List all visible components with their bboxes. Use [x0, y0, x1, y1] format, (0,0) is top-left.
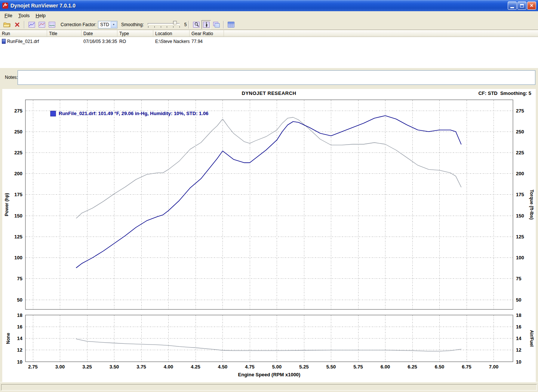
- svg-text:12: 12: [17, 347, 22, 353]
- column-header-filler: [224, 30, 538, 37]
- window-title: Dynojet RunViewer 7.0.1.0: [10, 3, 508, 9]
- menubar: File Tools Help: [0, 11, 538, 19]
- zoom-graph-button[interactable]: [191, 20, 201, 29]
- svg-text:3.25: 3.25: [82, 364, 92, 370]
- graph-afr-button[interactable]: [47, 20, 56, 29]
- chart-canvas[interactable]: 2752752502502252252002001751751501501251…: [2, 89, 536, 382]
- svg-text:5.75: 5.75: [353, 364, 363, 370]
- svg-text:2.75: 2.75: [28, 364, 37, 370]
- svg-text:6.00: 6.00: [381, 364, 390, 370]
- app-icon: [2, 2, 9, 9]
- cursor-tool-button[interactable]: [202, 20, 211, 29]
- chart-cf-smoothing: CF: STD Smoothing: 5: [478, 90, 531, 96]
- run-location-cell: E:\Steve Nackers\: [153, 39, 190, 44]
- run-list-header: Run Title Date Type Location Gear Ratio: [0, 30, 538, 37]
- maximize-button[interactable]: [517, 1, 526, 10]
- graph-power-button[interactable]: [27, 20, 36, 29]
- column-header-gear-ratio[interactable]: Gear Ratio: [190, 30, 224, 37]
- svg-text:5.00: 5.00: [272, 364, 282, 370]
- svg-text:225: 225: [14, 150, 22, 155]
- menu-tools[interactable]: Tools: [15, 12, 33, 19]
- graph-grid-icon: [39, 22, 45, 28]
- svg-text:3.00: 3.00: [55, 364, 65, 370]
- svg-text:50: 50: [17, 297, 22, 303]
- svg-text:16: 16: [17, 324, 22, 330]
- svg-text:200: 200: [14, 171, 22, 176]
- toolbar-separator: [24, 21, 25, 28]
- svg-text:None: None: [6, 333, 11, 344]
- overlay-chart-icon: [213, 22, 220, 28]
- graph-grid-icon: [28, 22, 35, 28]
- run-type-cell: RO: [117, 39, 153, 44]
- legend-swatch: [50, 111, 56, 116]
- svg-text:250: 250: [14, 129, 22, 135]
- close-icon: ✕: [530, 3, 534, 8]
- minimize-button[interactable]: [508, 1, 517, 10]
- svg-text:125: 125: [14, 234, 22, 240]
- svg-text:125: 125: [516, 234, 524, 240]
- chevron-down-icon: ▼: [111, 22, 117, 28]
- menu-help[interactable]: Help: [33, 12, 49, 19]
- correction-factor-label: Correction Factor:: [61, 22, 96, 27]
- svg-text:5.25: 5.25: [299, 364, 308, 370]
- notes-input[interactable]: [18, 70, 535, 85]
- correction-factor-select[interactable]: STD ▼: [98, 21, 117, 28]
- chart-panel: 2752752502502252252002001751751501501251…: [2, 89, 536, 382]
- delete-run-button[interactable]: [12, 20, 22, 29]
- toolbar: Correction Factor: STD ▼ Smoothing: 5: [0, 19, 538, 30]
- svg-text:75: 75: [17, 276, 22, 281]
- slider-thumb[interactable]: [173, 21, 177, 26]
- table-row[interactable]: RunFile_021.drf 07/16/05 3:36:35 PM RO E…: [0, 38, 538, 44]
- run-file-icon: [2, 39, 6, 44]
- open-folder-icon: [3, 22, 10, 27]
- svg-text:3.75: 3.75: [136, 364, 146, 370]
- graph-grid-icon: [49, 22, 55, 28]
- cursor-chart-icon: [203, 22, 210, 28]
- open-run-button[interactable]: [2, 20, 12, 29]
- column-header-location[interactable]: Location: [153, 30, 190, 37]
- torque-curve: [76, 117, 461, 218]
- svg-text:18: 18: [516, 312, 521, 318]
- svg-text:275: 275: [516, 108, 524, 114]
- svg-text:4.00: 4.00: [164, 364, 173, 370]
- run-file-name: RunFile_021.drf: [7, 39, 39, 44]
- gridlines: [26, 100, 513, 361]
- zoom-chart-icon: [193, 22, 200, 28]
- column-header-run[interactable]: Run: [0, 30, 47, 37]
- menu-file[interactable]: File: [1, 12, 15, 19]
- data-table-icon: [228, 22, 234, 28]
- data-table-button[interactable]: [226, 20, 236, 29]
- svg-text:275: 275: [14, 108, 22, 114]
- smoothing-slider[interactable]: [147, 20, 181, 29]
- smoothing-value: 5: [184, 22, 187, 27]
- slider-ticks: [148, 26, 180, 28]
- svg-text:225: 225: [516, 150, 524, 155]
- svg-text:4.25: 4.25: [191, 364, 200, 370]
- column-header-date[interactable]: Date: [82, 30, 117, 37]
- svg-text:175: 175: [516, 192, 524, 197]
- svg-text:250: 250: [516, 129, 524, 135]
- svg-text:Power (hp): Power (hp): [4, 193, 9, 216]
- column-header-title[interactable]: Title: [47, 30, 82, 37]
- overlay-graph-button[interactable]: [212, 20, 221, 29]
- svg-text:100: 100: [14, 255, 22, 260]
- column-header-type[interactable]: Type: [117, 30, 153, 37]
- svg-text:10: 10: [17, 359, 22, 365]
- svg-text:Air/Fuel: Air/Fuel: [529, 330, 534, 347]
- svg-text:14: 14: [17, 336, 23, 341]
- status-panel: [1, 384, 537, 391]
- svg-text:4.50: 4.50: [218, 364, 227, 370]
- svg-text:4.75: 4.75: [245, 364, 254, 370]
- smoothing-label: Smoothing:: [121, 22, 144, 27]
- svg-text:100: 100: [516, 255, 524, 260]
- svg-text:6.50: 6.50: [435, 364, 444, 370]
- close-button[interactable]: ✕: [527, 1, 536, 10]
- graph-torque-button[interactable]: [37, 20, 46, 29]
- svg-text:Torque (ft-lbs): Torque (ft-lbs): [529, 189, 534, 219]
- svg-text:200: 200: [516, 171, 524, 176]
- notes-label: Notes:: [5, 75, 18, 80]
- delete-icon: [15, 22, 20, 27]
- toolbar-separator: [223, 21, 224, 28]
- svg-text:12: 12: [516, 347, 521, 353]
- svg-text:RunFile_021.drf: 101.49 °F, 29: RunFile_021.drf: 101.49 °F, 29.06 in-Hg,…: [59, 111, 208, 116]
